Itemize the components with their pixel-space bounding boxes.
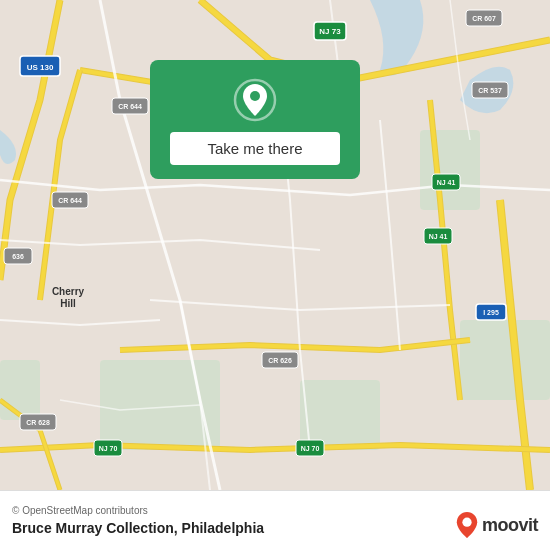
svg-text:NJ 70: NJ 70 <box>99 445 118 452</box>
svg-rect-5 <box>0 360 40 420</box>
svg-text:Hill: Hill <box>60 298 76 309</box>
svg-text:NJ 41: NJ 41 <box>429 233 448 240</box>
svg-text:US 130: US 130 <box>27 63 54 72</box>
take-me-there-button[interactable]: Take me there <box>170 132 340 165</box>
svg-text:NJ 41: NJ 41 <box>437 179 456 186</box>
svg-rect-1 <box>420 130 480 210</box>
svg-text:CR 628: CR 628 <box>26 419 50 426</box>
svg-text:Cherry: Cherry <box>52 286 85 297</box>
svg-text:CR 537: CR 537 <box>478 87 502 94</box>
svg-point-37 <box>250 91 260 101</box>
svg-text:CR 644: CR 644 <box>118 103 142 110</box>
svg-text:CR 644: CR 644 <box>58 197 82 204</box>
svg-point-38 <box>462 518 471 527</box>
svg-text:CR 607: CR 607 <box>472 15 496 22</box>
svg-text:CR 626: CR 626 <box>268 357 292 364</box>
svg-text:I 295: I 295 <box>483 309 499 316</box>
svg-text:NJ 73: NJ 73 <box>319 27 341 36</box>
svg-text:636: 636 <box>12 253 24 260</box>
location-pin-icon <box>233 78 277 122</box>
moovit-pin-icon <box>456 512 478 538</box>
svg-rect-2 <box>460 320 550 400</box>
bottom-bar: © OpenStreetMap contributors Bruce Murra… <box>0 490 550 550</box>
svg-text:NJ 70: NJ 70 <box>301 445 320 452</box>
location-card: Take me there <box>150 60 360 179</box>
moovit-brand-text: moovit <box>482 515 538 536</box>
map-container: US 130 NJ 73 CR 607 CR 644 CR 644 CR 537… <box>0 0 550 490</box>
moovit-logo: moovit <box>456 512 538 538</box>
